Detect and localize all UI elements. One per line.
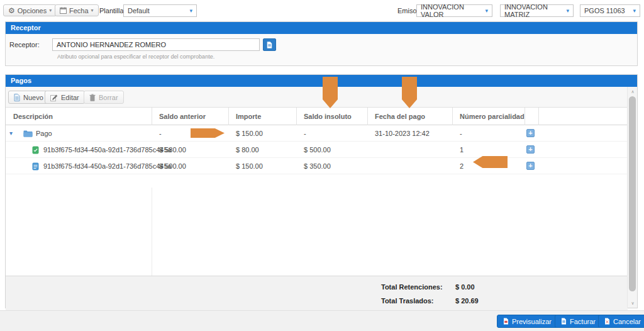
pagos-panel-body: Nuevo Editar Borrar Descripción Saldo an… bbox=[6, 87, 637, 308]
pencil-icon bbox=[50, 94, 58, 101]
fecha-button[interactable]: Fecha ▾ bbox=[55, 4, 99, 16]
previsualizar-label: Previsualizar bbox=[512, 318, 552, 325]
receptor-panel-body: Receptor: Atributo opcional para especif… bbox=[6, 34, 637, 65]
column-header-importe[interactable]: Importe bbox=[236, 108, 261, 125]
total-traslados-label: Total Traslados: bbox=[381, 294, 434, 308]
column-separator bbox=[296, 108, 297, 125]
total-retenciones-label: Total Retenciones: bbox=[381, 280, 443, 294]
chevron-down-icon: ▾ bbox=[186, 8, 192, 14]
gear-icon: ⚙ bbox=[8, 6, 15, 15]
folder-icon bbox=[23, 130, 33, 137]
sucursal-select[interactable]: INNOVACION MATRIZ ▾ bbox=[500, 4, 574, 17]
cell-importe: $ 80.00 bbox=[236, 142, 259, 158]
table-row-pago[interactable]: ▾ Pago - $ 150.00 - 31-10-2023 12:42 - + bbox=[6, 125, 637, 142]
facturar-button[interactable]: Facturar bbox=[555, 315, 602, 328]
new-document-icon bbox=[14, 94, 20, 101]
serie-select[interactable]: PGOS 11063 ▾ bbox=[580, 4, 640, 17]
document-icon bbox=[267, 42, 272, 48]
cell-saldo-insoluto: $ 350.00 bbox=[304, 158, 331, 174]
column-header-fecha-del-pago[interactable]: Fecha del pago bbox=[375, 108, 425, 125]
cell-saldo-anterior: $ 500.00 bbox=[159, 158, 186, 174]
emisor-value: INNOVACION VALOR bbox=[421, 3, 481, 18]
serie-value: PGOS 11063 bbox=[584, 7, 625, 14]
cell-importe: $ 150.00 bbox=[236, 125, 263, 142]
cell-numero-parcialidad: 1 bbox=[460, 142, 464, 158]
document-green-icon bbox=[32, 146, 39, 154]
total-retenciones-value: $ 0.00 bbox=[455, 280, 475, 294]
preview-pdf-icon bbox=[503, 318, 509, 325]
cell-importe: $ 150.00 bbox=[236, 158, 263, 174]
document-blue-icon bbox=[32, 162, 39, 171]
grid-header-row: Descripción Saldo anterior Importe Saldo… bbox=[6, 108, 637, 125]
total-traslados-value: $ 20.69 bbox=[455, 294, 479, 308]
chevron-down-icon: ▾ bbox=[49, 8, 52, 13]
emisor-select[interactable]: INNOVACION VALOR ▾ bbox=[416, 4, 492, 17]
receptor-panel: Receptor Receptor: Atributo opcional par… bbox=[5, 21, 638, 66]
chevron-down-icon: ▾ bbox=[629, 8, 636, 14]
cell-descripcion: 91b3f675-fd34-450a-92d1-736d785c445a bbox=[43, 142, 172, 158]
column-separator bbox=[367, 108, 368, 125]
chevron-down-icon: ▾ bbox=[562, 8, 569, 14]
plantilla-select[interactable]: Default ▾ bbox=[123, 4, 197, 17]
sucursal-value: INNOVACION MATRIZ bbox=[504, 3, 562, 18]
cell-saldo-insoluto: - bbox=[304, 125, 306, 142]
cell-descripcion: Pago bbox=[36, 125, 52, 142]
pagos-panel-title: Pagos bbox=[11, 77, 31, 84]
table-row-documento-1[interactable]: 91b3f675-fd34-450a-92d1-736d785c445a $ 5… bbox=[6, 142, 637, 158]
cell-numero-parcialidad: - bbox=[460, 125, 462, 142]
column-separator bbox=[152, 108, 152, 125]
column-header-saldo-insoluto[interactable]: Saldo insoluto bbox=[304, 108, 352, 125]
cell-fecha-del-pago: 31-10-2023 12:42 bbox=[375, 125, 430, 142]
receptor-helper-text: Atributo opcional para especificar el re… bbox=[57, 53, 214, 60]
invoice-icon bbox=[561, 318, 567, 325]
scrollbar-thumb[interactable] bbox=[629, 96, 636, 291]
scroll-up-icon[interactable]: ∧ bbox=[628, 87, 638, 96]
chevron-down-icon: ▾ bbox=[481, 8, 488, 14]
previsualizar-button[interactable]: Previsualizar bbox=[497, 315, 558, 328]
column-separator bbox=[152, 188, 152, 276]
trash-icon bbox=[89, 94, 96, 101]
cancel-icon bbox=[604, 318, 610, 325]
pagos-panel-header: Pagos bbox=[6, 75, 637, 87]
column-header-saldo-anterior[interactable]: Saldo anterior bbox=[159, 108, 206, 125]
plantilla-label: Plantilla: bbox=[99, 7, 126, 14]
column-separator bbox=[538, 108, 539, 125]
footer-bar: Previsualizar Facturar Cancelar bbox=[0, 310, 644, 331]
opciones-label: Opciones bbox=[18, 7, 47, 14]
receptor-panel-title: Receptor bbox=[11, 24, 41, 31]
cell-saldo-insoluto: $ 500.00 bbox=[304, 142, 331, 158]
cell-numero-parcialidad: 2 bbox=[460, 158, 464, 174]
top-toolbar: ⚙ Opciones ▾ Fecha ▾ Plantilla: Default … bbox=[0, 0, 644, 19]
pagos-panel: Pagos Nuevo Editar Borrar Descripción bbox=[5, 74, 638, 308]
scroll-down-icon[interactable]: ∨ bbox=[628, 298, 638, 308]
table-row-documento-2[interactable]: 91b3f675-fd34-450a-92d1-736d785c445a $ 5… bbox=[6, 158, 637, 174]
plantilla-value: Default bbox=[128, 7, 150, 14]
tree-expand-icon[interactable]: ▾ bbox=[9, 125, 13, 142]
column-separator bbox=[525, 108, 525, 125]
column-header-descripcion[interactable]: Descripción bbox=[13, 108, 53, 125]
column-header-numero-parcialidad[interactable]: Número parcialidad bbox=[460, 108, 525, 125]
receptor-input[interactable] bbox=[52, 38, 260, 51]
receptor-lookup-button[interactable] bbox=[263, 38, 276, 51]
receptor-field-label: Receptor: bbox=[9, 41, 40, 48]
cell-saldo-anterior: - bbox=[159, 125, 162, 142]
fecha-label: Fecha bbox=[69, 7, 89, 14]
add-row-button[interactable]: + bbox=[526, 129, 535, 137]
add-row-button[interactable]: + bbox=[526, 162, 535, 170]
calendar-icon bbox=[60, 7, 67, 14]
app-window: ⚙ Opciones ▾ Fecha ▾ Plantilla: Default … bbox=[0, 0, 644, 331]
cancelar-label: Cancelar bbox=[613, 318, 641, 325]
nuevo-button[interactable]: Nuevo bbox=[8, 91, 49, 104]
cancelar-button[interactable]: Cancelar bbox=[598, 315, 644, 328]
chevron-down-icon: ▾ bbox=[91, 8, 94, 13]
vertical-scrollbar[interactable]: ∧ ∨ bbox=[627, 87, 637, 308]
editar-button[interactable]: Editar bbox=[45, 91, 85, 104]
cell-saldo-anterior: $ 580.00 bbox=[159, 142, 186, 158]
borrar-label: Borrar bbox=[99, 94, 118, 101]
column-separator bbox=[452, 108, 453, 125]
pagos-grid-toolbar: Nuevo Editar Borrar bbox=[6, 87, 637, 108]
add-row-button[interactable]: + bbox=[526, 145, 535, 154]
borrar-button[interactable]: Borrar bbox=[84, 91, 124, 104]
opciones-button[interactable]: ⚙ Opciones ▾ bbox=[3, 4, 57, 16]
nuevo-label: Nuevo bbox=[23, 94, 43, 101]
